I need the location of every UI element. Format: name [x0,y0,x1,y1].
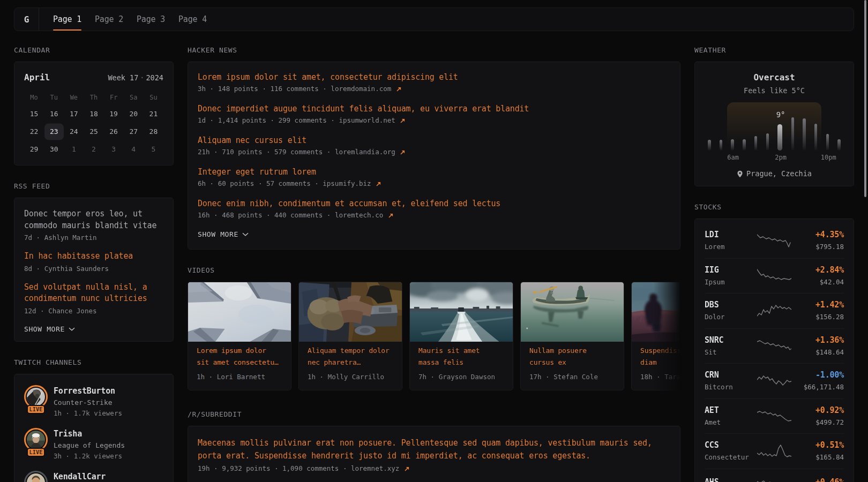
reddit-post: Maecenas mollis pulvinar erat non posuer… [198,436,670,474]
stock-ticker-link[interactable]: CCS [705,440,757,451]
hn-post-link[interactable]: Donec imperdiet augue tincidunt felis al… [198,103,670,115]
hn-post-meta: 3h · 148 points · 116 comments · loremdo… [198,84,670,94]
tab-page-4[interactable]: Page 4 [178,8,207,31]
stock-sparkline [757,475,791,482]
stock-ticker-link[interactable]: SNRC [705,335,757,346]
channel-avatar[interactable]: LIVE [24,428,48,451]
stock-sparkline [757,338,791,354]
calendar-header: April Week 17·2024 [24,72,163,83]
rss-item-link[interactable]: In hac habitasse platea [24,251,163,262]
weather-bar [791,117,795,150]
video-card[interactable]: Mauris sit ametmassa felis 7h · Grayson … [409,282,513,390]
hn-post-link[interactable]: Integer eget rutrum lorem [198,166,670,178]
stock-sparkline [757,373,791,389]
stock-info: SNRC Sit [705,335,757,357]
video-card[interactable]: Lorem ipsum dolorsit amet consectetu… 1h… [188,282,291,390]
tab-page-2[interactable]: Page 2 [95,8,123,31]
hn-post-meta-text: 16h · 468 points · 440 comments · [198,211,335,219]
reddit-post-link[interactable]: Maecenas mollis pulvinar erat non posuer… [198,436,670,462]
channel-avatar[interactable]: LIVE [24,385,48,409]
video-title-link[interactable]: Nullam posuerecursus ex [529,345,615,368]
hn-post-link[interactable]: Donec enim nibh, condimentum et accumsan… [198,198,670,209]
rss-item-meta: 8d · Cynthia Saunders [24,263,163,274]
hn-post-meta-text: 6h · 60 points · 57 comments · [198,179,323,187]
video-thumbnail-camera [299,282,402,342]
stock-info: CCS Consectetur [705,440,757,462]
video-title-link[interactable]: Suspendissediam [640,345,680,368]
stock-values: +0.92% $499.72 [791,405,844,427]
stock-row: AHS +0.46% [705,469,844,482]
channel-avatar[interactable] [24,471,48,482]
reddit-widget: /R/SUBREDDIT Maecenas mollis pulvinar er… [188,410,680,482]
calendar-day-header: Tu [44,90,64,105]
tab-page-1[interactable]: Page 1 [53,8,81,31]
stock-ticker-link[interactable]: AET [705,405,757,416]
hn-post-domain-link[interactable]: ipsumify.biz [323,179,371,187]
video-title-link[interactable]: Mauris sit ametmassa felis [418,345,504,368]
calendar-day-header: Sa [124,90,144,105]
hn-show-more-button[interactable]: SHOW MORE [198,230,670,238]
stock-sparkline [757,443,791,459]
stock-info: AET Amet [705,405,757,427]
videos-widget: VIDEOS [188,266,680,390]
twitch-card: LIVE ForrestBurton Counter-Strike 1h · 1… [14,374,174,482]
video-title-link[interactable]: Lorem ipsum dolorsit amet consectetu… [197,345,282,368]
stock-ticker-link[interactable]: LDI [705,229,757,240]
calendar-widget-title: CALENDAR [14,46,174,55]
rss-item: In hac habitasse platea 8d · Cynthia Sau… [24,251,163,274]
stock-values: +1.42% $156.28 [791,299,844,322]
hn-post-link[interactable]: Aliquam nec cursus elit [198,134,670,146]
channel-name[interactable]: KendallCarr [54,471,106,482]
hn-post-domain-link[interactable]: ipsumworld.net [339,116,395,124]
calendar-card: April Week 17·2024 MoTuWeThFrSaSu1516171… [14,62,174,165]
stock-ticker-link[interactable]: IIG [705,265,757,276]
weather-bar [708,140,711,150]
channel-game: League of Legends [54,440,125,451]
stock-ticker-link[interactable]: DBS [705,299,757,311]
stock-info: LDI Lorem [705,229,757,252]
rss-item-link[interactable]: Donec tempor eros leo, ut commodo mauris… [24,208,163,231]
calendar-day-header: Mo [24,90,44,105]
stock-row: IIG Ipsum +2.84% $42.04 [705,258,844,293]
weather-bar [754,136,758,150]
external-link-icon [400,150,405,155]
stock-ticker-link[interactable]: CRN [705,370,757,381]
channel-name[interactable]: ForrestBurton [54,385,122,397]
hn-post-link[interactable]: Lorem ipsum dolor sit amet, consectetur … [198,71,670,83]
stock-row: LDI Lorem +4.35% $795.18 [705,223,844,258]
twitch-channel: LIVE Trisha League of Legends 3h · 1.2k … [24,428,163,462]
weather-feels-like: Feels like 5°C [705,86,844,96]
weather-bar [826,134,829,150]
video-card[interactable]: Aliquam tempor dolornec pharetra… 1h · M… [298,282,402,390]
reddit-post-domain-link[interactable]: loremnet.xyz [351,464,399,472]
stock-ticker-link[interactable]: AHS [705,477,757,482]
hn-post-domain-link[interactable]: loremdomain.com [331,85,391,93]
rss-widget: RSS FEED Donec tempor eros leo, ut commo… [14,182,174,342]
twitch-channel: LIVE ForrestBurton Counter-Strike 1h · 1… [24,385,163,419]
calendar-day: 1 [64,140,84,158]
rss-item-link[interactable]: Sed volutpat nulla nisl, a condimentum n… [24,282,163,305]
hn-post: Aliquam nec cursus elit 21h · 710 points… [198,134,670,157]
hn-post: Donec enim nibh, condimentum et accumsan… [198,198,670,221]
video-card[interactable]: Suspendissediam 18h · Tara [631,282,680,390]
hn-post-domain-link[interactable]: loremtech.co [335,211,383,219]
external-link-icon [400,118,405,123]
external-link-icon [405,466,409,471]
page: G Page 1 Page 2 Page 3 Page 4 CALENDAR A… [0,7,868,482]
page-scrollbar[interactable] [864,0,866,197]
rss-card: Donec tempor eros leo, ut commodo mauris… [14,198,174,342]
tab-page-3[interactable]: Page 3 [137,8,165,31]
hn-post: Integer eget rutrum lorem 6h · 60 points… [198,166,670,189]
nav-tabs: Page 1 Page 2 Page 3 Page 4 [53,8,207,31]
channel-name[interactable]: Trisha [54,428,125,440]
video-card[interactable]: Nullam posuerecursus ex 17h · Stefan Col… [520,282,624,390]
hn-post-domain-link[interactable]: loremlandia.org [335,148,395,156]
rss-item: Donec tempor eros leo, ut commodo mauris… [24,208,163,243]
video-title-link[interactable]: Aliquam tempor dolornec pharetra… [308,345,393,368]
rss-show-more-button[interactable]: SHOW MORE [24,325,163,333]
hacker-news-widget-title: HACKER NEWS [188,46,680,55]
external-link-icon [396,87,401,92]
avatar-image-trisha [27,431,45,449]
video-card-body: Suspendissediam 18h · Tara [632,342,680,390]
stock-price: $156.28 [791,312,844,322]
